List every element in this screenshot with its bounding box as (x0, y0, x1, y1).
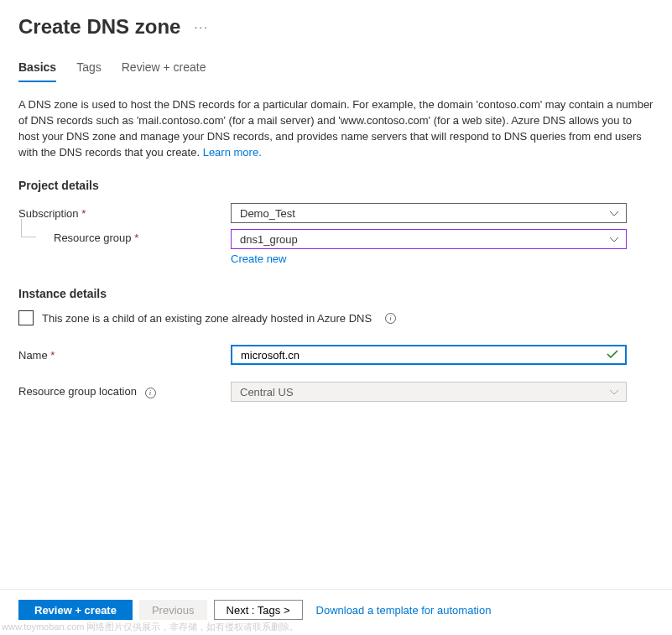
learn-more-link[interactable]: Learn more. (203, 146, 262, 159)
resource-group-label: Resource group * (54, 229, 231, 244)
location-value: Central US (240, 386, 294, 398)
review-create-button[interactable]: Review + create (18, 600, 133, 620)
instance-details-heading: Instance details (18, 287, 654, 300)
more-icon[interactable]: ··· (194, 20, 209, 34)
child-zone-checkbox[interactable] (18, 310, 34, 325)
tab-tags[interactable]: Tags (76, 55, 102, 82)
description-text: A DNS zone is used to host the DNS recor… (18, 97, 654, 160)
name-input[interactable] (241, 349, 607, 362)
name-label: Name * (18, 349, 231, 362)
project-details-heading: Project details (18, 179, 654, 192)
resource-group-value: dns1_group (240, 233, 298, 246)
child-zone-label: This zone is a child of an existing zone… (42, 312, 372, 325)
chevron-down-icon (609, 234, 619, 244)
subscription-dropdown[interactable]: Demo_Test (231, 203, 627, 223)
chevron-down-icon (609, 387, 619, 397)
name-input-wrapper (231, 345, 627, 365)
page-title: Create DNS zone (18, 15, 180, 39)
create-new-link[interactable]: Create new (231, 252, 286, 265)
previous-button: Previous (139, 600, 207, 620)
chevron-down-icon (609, 208, 619, 218)
location-dropdown: Central US (231, 382, 627, 402)
location-label: Resource group location i (18, 385, 231, 398)
subscription-value: Demo_Test (240, 207, 295, 220)
download-template-link[interactable]: Download a template for automation (316, 604, 492, 617)
watermark-text: www.toymoban.com 网络图片仅供展示，非存储，如有侵权请联系删除。 (2, 621, 299, 633)
next-tags-button[interactable]: Next : Tags > (214, 600, 303, 620)
resource-group-dropdown[interactable]: dns1_group (231, 229, 627, 249)
subscription-label: Subscription * (18, 207, 231, 220)
footer-bar: Review + create Previous Next : Tags > D… (0, 589, 672, 620)
tab-basics[interactable]: Basics (18, 55, 56, 82)
tab-strip: Basics Tags Review + create (0, 47, 672, 82)
indent-connector (18, 229, 54, 237)
check-icon (607, 348, 618, 362)
tab-review-create[interactable]: Review + create (122, 55, 206, 82)
info-icon[interactable]: i (385, 313, 396, 324)
description-body: A DNS zone is used to host the DNS recor… (18, 98, 653, 159)
info-icon[interactable]: i (145, 388, 156, 398)
